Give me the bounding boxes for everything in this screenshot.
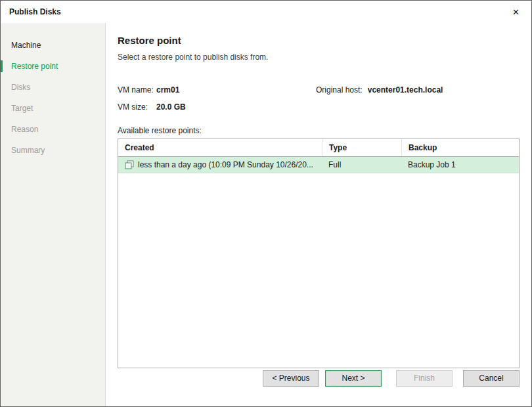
sidebar-item-label: Machine [11, 41, 41, 50]
sidebar-item-reason[interactable]: Reason [1, 119, 105, 140]
column-header-type[interactable]: Type [322, 139, 401, 156]
page-subtitle: Select a restore point to publish disks … [118, 53, 520, 62]
restore-point-type-cell: Full [322, 160, 401, 169]
cancel-button[interactable]: Cancel [463, 370, 520, 387]
sidebar-item-label: Reason [11, 125, 38, 134]
sidebar-item-target[interactable]: Target [1, 98, 105, 119]
vm-info-fields: VM name: crm01 Original host: vcenter01.… [118, 85, 520, 119]
title-bar: Publish Disks ✕ [1, 1, 531, 23]
finish-button: Finish [396, 370, 453, 387]
restore-point-icon [125, 160, 134, 169]
wizard-steps-sidebar: Machine Restore point Disks Target Reaso… [1, 23, 106, 406]
wizard-footer: < Previous Next > Finish Cancel [118, 368, 520, 397]
sidebar-item-disks[interactable]: Disks [1, 77, 105, 98]
sidebar-item-label: Disks [11, 83, 30, 92]
restore-points-table-header: Created Type Backup [118, 139, 519, 157]
next-button[interactable]: Next > [325, 370, 382, 387]
window-title: Publish Disks [9, 7, 61, 16]
restore-point-backup-cell: Backup Job 1 [401, 160, 519, 169]
sidebar-item-label: Target [11, 104, 33, 113]
vm-size-label: VM size: [118, 102, 156, 112]
restore-point-created-text: less than a day ago (10:09 PM Sunday 10/… [138, 160, 313, 169]
restore-point-created-cell: less than a day ago (10:09 PM Sunday 10/… [118, 160, 322, 169]
sidebar-item-label: Summary [11, 146, 45, 155]
vm-size-value: 20.0 GB [156, 102, 186, 112]
sidebar-item-summary[interactable]: Summary [1, 140, 105, 161]
column-header-backup[interactable]: Backup [401, 139, 519, 156]
column-header-created[interactable]: Created [118, 139, 322, 156]
original-host-label: Original host: [316, 85, 363, 95]
restore-points-table: Created Type Backup less than a day ago … [118, 139, 520, 368]
restore-points-table-label: Available restore points: [118, 126, 520, 135]
publish-disks-dialog: Publish Disks ✕ Machine Restore point Di… [0, 0, 532, 407]
vm-name-value: crm01 [156, 85, 179, 95]
vm-name-label: VM name: [118, 85, 156, 95]
sidebar-item-label: Restore point [11, 62, 58, 71]
previous-button[interactable]: < Previous [263, 370, 319, 387]
vm-info-row-2: VM size: 20.0 GB [118, 102, 520, 112]
sidebar-item-restore-point[interactable]: Restore point [1, 56, 105, 77]
dialog-body: Machine Restore point Disks Target Reaso… [1, 23, 531, 406]
close-icon[interactable]: ✕ [510, 7, 522, 18]
page-title: Restore point [118, 35, 520, 46]
vm-info-row-1: VM name: crm01 Original host: vcenter01.… [118, 85, 520, 95]
sidebar-item-machine[interactable]: Machine [1, 35, 105, 56]
restore-point-row[interactable]: less than a day ago (10:09 PM Sunday 10/… [118, 157, 519, 173]
wizard-page-content: Restore point Select a restore point to … [106, 23, 531, 406]
original-host-value: vcenter01.tech.local [368, 85, 443, 95]
